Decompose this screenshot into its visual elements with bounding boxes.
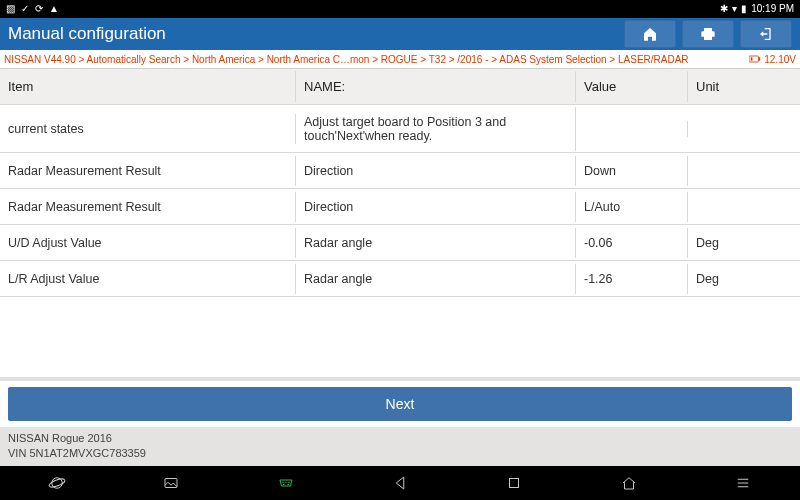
cell-unit — [688, 199, 800, 215]
breadcrumb-path: NISSAN V44.90 > Automatically Search > N… — [4, 54, 689, 65]
battery-voltage: 12.10V — [749, 54, 796, 65]
next-button[interactable]: Next — [8, 387, 792, 421]
table-body[interactable]: current statesAdjust target board to Pos… — [0, 105, 800, 377]
cell-name: Direction — [296, 192, 576, 222]
cell-item: L/R Adjust Value — [0, 264, 296, 294]
cell-unit: Deg — [688, 228, 800, 258]
hamburger-icon — [734, 474, 752, 492]
column-name: NAME: — [296, 71, 576, 102]
wifi-icon: ▾ — [732, 4, 737, 14]
cell-unit — [688, 121, 800, 137]
action-bar: Next — [0, 381, 800, 427]
cell-name: Direction — [296, 156, 576, 186]
svg-point-4 — [48, 477, 66, 488]
battery-icon — [749, 55, 761, 63]
sync-icon: ⟳ — [35, 4, 43, 14]
cell-unit: Deg — [688, 264, 800, 294]
home-icon — [642, 26, 658, 42]
android-status-bar: ▧ ✓ ⟳ ▲ ✱ ▾ ▮ 10:19 PM — [0, 0, 800, 18]
cell-name: Radar angle — [296, 264, 576, 294]
nav-menu-button[interactable] — [723, 469, 763, 497]
svg-rect-0 — [749, 56, 758, 62]
exit-button[interactable] — [740, 20, 792, 48]
cell-value: -1.26 — [576, 264, 688, 294]
bluetooth-icon: ✱ — [720, 4, 728, 14]
vehicle-name: NISSAN Rogue 2016 — [8, 431, 792, 445]
page-title: Manual configuration — [8, 24, 618, 44]
nav-back-button[interactable] — [380, 469, 420, 497]
cell-value: Down — [576, 156, 688, 186]
battery-icon: ▮ — [741, 4, 747, 14]
data-table: Item NAME: Value Unit current statesAdju… — [0, 68, 800, 377]
cell-unit — [688, 163, 800, 179]
svg-rect-6 — [510, 479, 519, 488]
exit-icon — [758, 26, 774, 42]
warning-icon: ▲ — [49, 4, 59, 14]
android-nav-bar — [0, 466, 800, 500]
cell-item: Radar Measurement Result — [0, 156, 296, 186]
breadcrumb: NISSAN V44.90 > Automatically Search > N… — [0, 50, 800, 68]
square-icon — [505, 474, 523, 492]
cell-item: current states — [0, 114, 296, 144]
obd-icon — [277, 474, 295, 492]
status-left: ▧ ✓ ⟳ ▲ — [6, 4, 59, 14]
planet-icon — [48, 474, 66, 492]
table-row: current statesAdjust target board to Pos… — [0, 105, 800, 153]
print-icon — [700, 26, 716, 42]
cell-value: -0.06 — [576, 228, 688, 258]
screenshot-icon: ▧ — [6, 4, 15, 14]
nav-gallery-button[interactable] — [151, 469, 191, 497]
table-header: Item NAME: Value Unit — [0, 69, 800, 105]
cell-name: Radar angle — [296, 228, 576, 258]
table-row: Radar Measurement ResultDirectionL/Auto — [0, 189, 800, 225]
nav-diag-button[interactable] — [266, 469, 306, 497]
home-outline-icon — [620, 474, 638, 492]
column-item: Item — [0, 71, 296, 102]
vehicle-info: NISSAN Rogue 2016 VIN 5N1AT2MVXGC783359 — [0, 427, 800, 466]
status-right: ✱ ▾ ▮ 10:19 PM — [720, 4, 794, 14]
print-button[interactable] — [682, 20, 734, 48]
vehicle-vin: VIN 5N1AT2MVXGC783359 — [8, 446, 792, 460]
nav-home-button[interactable] — [609, 469, 649, 497]
cell-item: Radar Measurement Result — [0, 192, 296, 222]
table-row: Radar Measurement ResultDirectionDown — [0, 153, 800, 189]
svg-rect-1 — [759, 57, 760, 60]
gallery-icon — [162, 474, 180, 492]
check-icon: ✓ — [21, 4, 29, 14]
cell-name: Adjust target board to Position 3 and to… — [296, 107, 576, 151]
nav-recent-button[interactable] — [494, 469, 534, 497]
title-bar: Manual configuration — [0, 18, 800, 50]
svg-rect-2 — [751, 57, 753, 60]
column-value: Value — [576, 71, 688, 102]
table-row: U/D Adjust ValueRadar angle-0.06Deg — [0, 225, 800, 261]
cell-item: U/D Adjust Value — [0, 228, 296, 258]
table-row: L/R Adjust ValueRadar angle-1.26Deg — [0, 261, 800, 297]
cell-value — [576, 121, 688, 137]
home-button[interactable] — [624, 20, 676, 48]
back-icon — [391, 474, 409, 492]
nav-browser-button[interactable] — [37, 469, 77, 497]
clock: 10:19 PM — [751, 4, 794, 14]
column-unit: Unit — [688, 71, 800, 102]
cell-value: L/Auto — [576, 192, 688, 222]
